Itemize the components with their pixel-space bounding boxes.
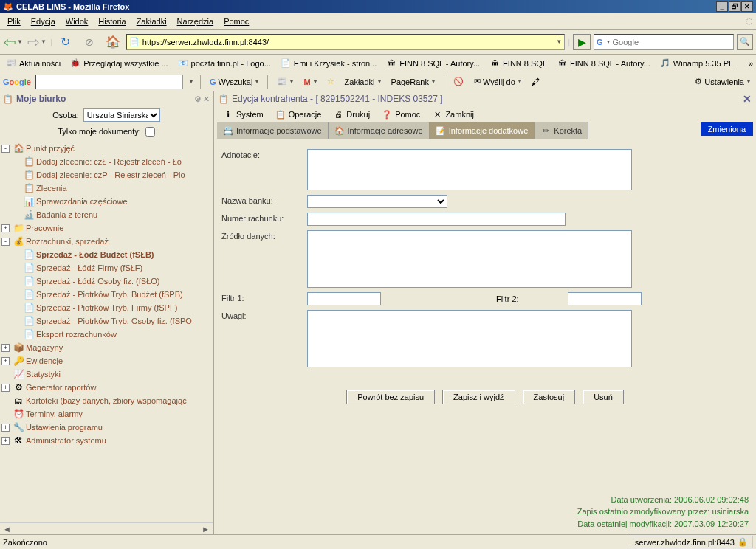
tree-node[interactable]: 📄Sprzedaż - Łódź Firmy (fSŁF) bbox=[1, 261, 211, 274]
search-engine-icon[interactable]: G bbox=[597, 38, 603, 46]
tree-node[interactable]: 🗂Kartoteki (bazy danych, zbiory wspomaga… bbox=[1, 394, 211, 407]
tree-node[interactable]: +🔧Ustawienia programu bbox=[1, 421, 211, 434]
tylko-moje-checkbox[interactable] bbox=[145, 127, 155, 137]
tree-node[interactable]: 📄Sprzedaż - Piotrków Tryb. Budżet (fSPB) bbox=[1, 288, 211, 301]
search-button[interactable]: 🔍 bbox=[737, 34, 753, 50]
bookmark-item[interactable]: 📄Emi i Krzysiek - stron... bbox=[278, 56, 379, 71]
g-zakladki[interactable]: Zakładki▾ bbox=[342, 76, 384, 88]
tree-node[interactable]: 📄Sprzedaż - Piotrków Tryb. Firmy (fSPF) bbox=[1, 301, 211, 314]
search-input[interactable] bbox=[613, 38, 731, 46]
tree-node[interactable]: 📈Statystyki bbox=[1, 367, 211, 381]
menu-plik[interactable]: Plik bbox=[3, 15, 25, 27]
usun-button[interactable]: Usuń bbox=[583, 390, 624, 404]
menu-widok[interactable]: Widok bbox=[61, 15, 93, 27]
tree-toggle-icon[interactable]: - bbox=[1, 145, 10, 153]
zapisz-button[interactable]: Zapisz i wyjdź bbox=[442, 390, 515, 404]
content-menu-item[interactable]: 🖨Drukuj bbox=[329, 108, 374, 121]
home-button[interactable]: 🏠 bbox=[103, 32, 123, 52]
filtr2-input[interactable] bbox=[568, 292, 642, 305]
g-news-icon[interactable]: 📰▾ bbox=[274, 75, 296, 88]
adnotacje-textarea[interactable] bbox=[307, 149, 632, 190]
osoba-select[interactable]: Urszula Siniarska bbox=[83, 108, 160, 122]
bookmark-item[interactable]: 🐞Przeglądaj wszystkie ... bbox=[67, 56, 170, 71]
filtr1-input[interactable] bbox=[307, 292, 381, 305]
back-button[interactable]: ⇦▼ bbox=[3, 32, 24, 52]
go-button[interactable]: ▶ bbox=[573, 34, 591, 50]
tree-toggle-icon[interactable]: + bbox=[1, 344, 10, 352]
stop-button[interactable]: ⊘ bbox=[79, 32, 100, 52]
google-search-input[interactable] bbox=[35, 75, 183, 89]
nazwa-banku-select[interactable] bbox=[307, 195, 447, 208]
bookmark-item[interactable]: 🎵Winamp 5.35 PL bbox=[657, 56, 735, 71]
tree-scroll[interactable]: ◄► bbox=[0, 522, 213, 534]
content-close-icon[interactable]: ✕ bbox=[743, 93, 752, 105]
numer-input[interactable] bbox=[307, 213, 566, 226]
tree-toggle-icon[interactable]: + bbox=[1, 357, 10, 365]
close-button[interactable]: ✕ bbox=[741, 1, 753, 12]
tree-node[interactable]: +🔑Ewidencje bbox=[1, 354, 211, 367]
menu-pomoc[interactable]: Pomoc bbox=[219, 15, 253, 27]
content-menu-item[interactable]: 📋Operacje bbox=[271, 108, 326, 121]
g-highlight-icon[interactable]: 🖍 bbox=[529, 76, 543, 88]
menu-historia[interactable]: Historia bbox=[94, 15, 130, 27]
bm-overflow[interactable]: » bbox=[749, 59, 753, 68]
search-box[interactable]: G▾ bbox=[594, 34, 734, 50]
tree-node[interactable]: +📁Pracownie bbox=[1, 221, 211, 235]
minimize-button[interactable]: _ bbox=[716, 1, 728, 12]
tree-toggle-icon[interactable]: + bbox=[1, 384, 10, 392]
g-star-icon[interactable]: ☆ bbox=[324, 75, 337, 88]
g-block-icon[interactable]: 🚫 bbox=[450, 75, 467, 88]
tree-node[interactable]: -🏠Punkt przyjęć bbox=[1, 142, 211, 155]
tab-podstawowe[interactable]: 📇Informacje podstawowe bbox=[217, 122, 329, 139]
g-ustawienia[interactable]: ⚙Ustawienia▾ bbox=[692, 75, 753, 88]
tree-node[interactable]: 📋Dodaj zlecenie: czP - Rejestr zleceń - … bbox=[1, 168, 211, 182]
tree-node[interactable]: 📄Sprzedaż - Piotrków Tryb. Osoby fiz. (f… bbox=[1, 314, 211, 328]
tree-node[interactable]: -💰Rozrachunki, sprzedaż bbox=[1, 235, 211, 248]
forward-button[interactable]: ⇨▼ bbox=[27, 32, 47, 52]
tree-node[interactable]: 🔬Badania z terenu bbox=[1, 208, 211, 221]
bookmark-item[interactable]: 🏛FINN 8 SQL - Autory... bbox=[383, 56, 482, 71]
uwagi-textarea[interactable] bbox=[307, 310, 632, 367]
tree-toggle-icon[interactable]: + bbox=[1, 424, 10, 432]
restore-button[interactable]: 🗗 bbox=[729, 1, 740, 12]
menu-edycja[interactable]: Edycja bbox=[27, 15, 60, 27]
bookmark-item[interactable]: 📧poczta.finn.pl - Logo... bbox=[175, 56, 273, 71]
g-mail-icon[interactable]: M▾ bbox=[300, 76, 319, 88]
tree-node[interactable]: 📊Sprawozdania częściowe bbox=[1, 195, 211, 208]
g-wyszukaj[interactable]: GWyszukaj▾ bbox=[207, 76, 262, 88]
sidebar-tool-icon[interactable]: ⚙ bbox=[194, 94, 202, 104]
tree-node[interactable]: 📄Eksport rozrachunków bbox=[1, 328, 211, 341]
menu-narzedzia[interactable]: Narzędzia bbox=[173, 15, 219, 27]
zrodlo-textarea[interactable] bbox=[307, 230, 632, 288]
content-menu-item[interactable]: ℹSystem bbox=[219, 108, 268, 121]
bookmark-item[interactable]: 🏛FINN 8 SQL bbox=[487, 56, 549, 71]
tree-toggle-icon[interactable]: - bbox=[1, 238, 10, 246]
g-wyslij[interactable]: ✉Wyślij do▾ bbox=[471, 75, 524, 88]
bookmark-item[interactable]: 🏛FINN 8 SQL - Autory... bbox=[554, 56, 653, 71]
bookmark-item[interactable]: 📰Aktualności bbox=[3, 56, 63, 71]
tab-adresowe[interactable]: 🏠Informacje adresowe bbox=[329, 122, 430, 139]
url-input[interactable] bbox=[142, 38, 552, 46]
tree-node[interactable]: ⏰Terminy, alarmy bbox=[1, 407, 211, 421]
tree-node[interactable]: 📋Dodaj zlecenie: czŁ - Rejestr zleceń - … bbox=[1, 155, 211, 168]
tree-node[interactable]: +🛠Administrator systemu bbox=[1, 434, 211, 447]
content-menu-item[interactable]: ✕Zamknij bbox=[427, 108, 478, 121]
reload-button[interactable]: ↻ bbox=[55, 32, 76, 52]
sidebar-close-icon[interactable]: ✕ bbox=[203, 94, 210, 104]
tree-toggle-icon[interactable]: + bbox=[1, 437, 10, 445]
powrot-button[interactable]: Powrót bez zapisu bbox=[346, 390, 435, 404]
url-bar[interactable]: 📄 ▼ bbox=[126, 34, 565, 50]
url-dropdown-icon[interactable]: ▼ bbox=[556, 38, 562, 45]
tree-view[interactable]: -🏠Punkt przyjęć📋Dodaj zlecenie: czŁ - Re… bbox=[0, 139, 213, 522]
tree-node[interactable]: 📄Sprzedaż - Łódź Osoby fiz. (fSŁO) bbox=[1, 274, 211, 288]
g-pagerank[interactable]: PageRank▾ bbox=[388, 76, 438, 88]
content-menu-item[interactable]: ❓Pomoc bbox=[377, 108, 425, 121]
tree-node[interactable]: +⚙Generator raportów bbox=[1, 381, 211, 394]
zastosuj-button[interactable]: Zastosuj bbox=[523, 390, 576, 404]
tab-korekta[interactable]: ✏Korekta bbox=[535, 122, 588, 139]
tree-node[interactable]: +📦Magazyny bbox=[1, 341, 211, 354]
menu-zakladki[interactable]: Zakładki bbox=[132, 15, 171, 27]
tree-node[interactable]: 📄Sprzedaż - Łódź Budżet (fSŁB) bbox=[1, 248, 211, 261]
tab-dodatkowe[interactable]: 📝Informacje dodatkowe bbox=[430, 122, 535, 139]
tree-toggle-icon[interactable]: + bbox=[1, 224, 10, 232]
